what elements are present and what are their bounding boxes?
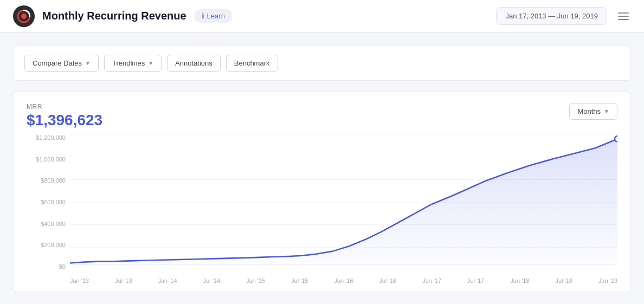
x-label: Jul '16: [379, 277, 396, 284]
months-label: Months: [577, 107, 601, 115]
menu-line: [618, 19, 629, 20]
menu-line: [618, 12, 629, 14]
page-title: Monthly Recurring Revenue: [42, 10, 186, 22]
compare-dates-button[interactable]: Compare Dates ▼: [24, 55, 99, 72]
y-label: $800,000: [27, 177, 66, 184]
x-label: Jan '14: [158, 277, 177, 284]
info-icon: ℹ: [202, 12, 204, 20]
x-label: Jul '17: [467, 277, 484, 284]
x-label: Jul '14: [203, 277, 220, 284]
x-label: Jul '18: [555, 277, 572, 284]
chart-svg-area: [70, 134, 617, 270]
learn-label: Learn: [207, 12, 225, 20]
chevron-down-icon: ▼: [604, 108, 609, 114]
y-label: $0: [27, 263, 66, 270]
logo: [13, 5, 35, 27]
menu-button[interactable]: [616, 10, 631, 22]
x-label: Jan '18: [510, 277, 529, 284]
toolbar: Compare Dates ▼ Trendlines ▼ Annotations…: [13, 46, 631, 81]
menu-line: [618, 16, 629, 17]
metric-info: MRR $1,396,623: [27, 103, 102, 129]
x-label: Jan '15: [246, 277, 265, 284]
annotations-button[interactable]: Annotations: [167, 55, 221, 72]
metric-label: MRR: [27, 103, 102, 111]
learn-button[interactable]: ℹ Learn: [194, 9, 233, 23]
y-label: $1,000,000: [27, 156, 66, 163]
y-label: $200,000: [27, 242, 66, 248]
y-label: $600,000: [27, 199, 66, 205]
x-label: Jan '19: [598, 277, 617, 284]
chevron-down-icon: ▼: [85, 60, 91, 66]
chart-panel: MRR $1,396,623 Months ▼ $1,200,000 $1,00…: [13, 92, 631, 292]
chevron-down-icon: ▼: [148, 60, 153, 66]
main-content: Compare Dates ▼ Trendlines ▼ Annotations…: [0, 33, 644, 304]
y-label: $1,200,000: [27, 134, 66, 141]
y-axis: $1,200,000 $1,000,000 $800,000 $600,000 …: [27, 134, 70, 270]
x-label: Jul '13: [115, 277, 132, 284]
header-left: Monthly Recurring Revenue ℹ Learn: [13, 5, 233, 27]
x-label: Jan '17: [422, 277, 441, 284]
svg-point-9: [615, 136, 617, 141]
chart-header: MRR $1,396,623 Months ▼: [27, 103, 617, 129]
svg-point-1: [21, 14, 27, 19]
app-header: Monthly Recurring Revenue ℹ Learn Jan 17…: [0, 0, 644, 33]
x-label: Jul '15: [291, 277, 308, 284]
trendlines-label: Trendlines: [112, 59, 145, 67]
x-label: Jan '13: [70, 277, 89, 284]
date-range[interactable]: Jan 17, 2013 — Jun 19, 2019: [496, 7, 607, 25]
x-label: Jan '16: [334, 277, 353, 284]
months-select-button[interactable]: Months ▼: [569, 103, 617, 120]
compare-dates-label: Compare Dates: [33, 59, 82, 67]
benchmark-button[interactable]: Benchmark: [226, 55, 278, 72]
x-axis: Jan '13 Jul '13 Jan '14 Jul '14 Jan '15 …: [70, 270, 617, 286]
benchmark-label: Benchmark: [234, 59, 270, 67]
metric-value: $1,396,623: [27, 112, 102, 129]
y-label: $400,000: [27, 221, 66, 227]
chart-container: $1,200,000 $1,000,000 $800,000 $600,000 …: [27, 134, 617, 286]
annotations-label: Annotations: [175, 59, 212, 67]
trendlines-button[interactable]: Trendlines ▼: [104, 55, 162, 72]
header-right: Jan 17, 2013 — Jun 19, 2019: [496, 7, 631, 25]
